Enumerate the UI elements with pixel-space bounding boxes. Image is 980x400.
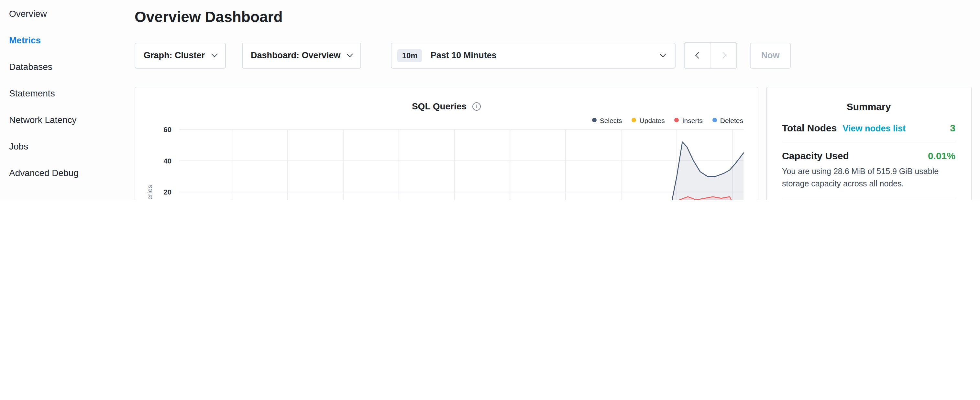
summary-description: You are using 28.6 MiB of 515.9 GiB usab… bbox=[782, 166, 955, 190]
summary-row-unavailable-ranges: Unavailable ranges0 bbox=[782, 198, 955, 200]
legend-item-inserts: Inserts bbox=[675, 116, 703, 124]
y-axis-tick-label: 40 bbox=[164, 157, 172, 165]
summary-value: 3 bbox=[943, 122, 955, 133]
summary-row-head: Total NodesView nodes list3 bbox=[782, 122, 955, 133]
graph-scope-dropdown[interactable]: Graph: Cluster bbox=[135, 42, 226, 68]
chart-panel-sql-queries: SQL Queries SelectsUpdatesInsertsDeletes… bbox=[135, 87, 758, 200]
summary-rows: Total NodesView nodes list3Capacity Used… bbox=[782, 115, 955, 200]
info-icon[interactable] bbox=[473, 102, 481, 110]
sidebar-item-databases[interactable]: Databases bbox=[0, 53, 125, 80]
chevron-right-icon bbox=[720, 52, 726, 59]
right-column: Summary Total NodesView nodes list3Capac… bbox=[766, 87, 972, 200]
sidebar-item-label: Overview bbox=[9, 8, 47, 18]
legend-dot-icon bbox=[713, 118, 717, 122]
app-window: OverviewMetricsDatabasesStatementsNetwor… bbox=[0, 0, 980, 200]
sidebar-item-label: Databases bbox=[9, 61, 52, 72]
next-range-button[interactable] bbox=[711, 43, 737, 68]
series-area-selects bbox=[179, 142, 743, 200]
y-axis-label: queries bbox=[146, 185, 153, 200]
legend-label: Updates bbox=[640, 116, 665, 124]
sidebar-item-metrics[interactable]: Metrics bbox=[0, 27, 125, 53]
series-area-inserts bbox=[179, 197, 743, 200]
sidebar-item-statements[interactable]: Statements bbox=[0, 80, 125, 106]
sidebar-item-advanced-debug[interactable]: Advanced Debug bbox=[0, 159, 125, 186]
chart-title: SQL Queries bbox=[412, 101, 466, 112]
main-area: Overview Dashboard Graph: Cluster Dashbo… bbox=[125, 0, 980, 200]
chart-legend: SelectsUpdatesInsertsDeletes bbox=[146, 116, 747, 124]
series-line-selects bbox=[179, 142, 743, 200]
time-range-label: Past 10 Minutes bbox=[431, 51, 661, 60]
legend-item-updates: Updates bbox=[632, 116, 665, 124]
sidebar-item-label: Jobs bbox=[9, 141, 28, 151]
chevron-left-icon bbox=[695, 52, 702, 59]
time-nav-group bbox=[684, 42, 737, 69]
sql-queries-chart[interactable]: 020406016:3816:3916:4016:4116:4216:4316:… bbox=[146, 126, 748, 200]
chevron-down-icon bbox=[347, 51, 353, 57]
y-axis-tick-label: 20 bbox=[164, 188, 172, 196]
time-range-dropdown[interactable]: 10m Past 10 Minutes bbox=[391, 42, 676, 68]
sidebar-item-label: Network Latency bbox=[9, 114, 77, 124]
dashboard-dropdown[interactable]: Dashboard: Overview bbox=[242, 42, 361, 68]
legend-item-selects: Selects bbox=[592, 116, 622, 124]
summary-value: 0.01% bbox=[921, 150, 955, 161]
chevron-down-icon bbox=[211, 51, 217, 57]
sidebar-item-overview[interactable]: Overview bbox=[0, 0, 125, 27]
sidebar-nav: OverviewMetricsDatabasesStatementsNetwor… bbox=[0, 0, 125, 200]
summary-row-capacity-used: Capacity Used0.01%You are using 28.6 MiB… bbox=[782, 142, 955, 198]
view-nodes-list-link[interactable]: View nodes list bbox=[843, 124, 905, 133]
legend-dot-icon bbox=[592, 118, 597, 122]
time-range-badge: 10m bbox=[398, 49, 422, 62]
legend-label: Inserts bbox=[682, 116, 703, 124]
page-title: Overview Dashboard bbox=[135, 8, 972, 26]
sidebar-item-network-latency[interactable]: Network Latency bbox=[0, 106, 125, 133]
legend-item-deletes: Deletes bbox=[713, 116, 743, 124]
dashboard-dropdown-label: Dashboard: Overview bbox=[251, 51, 341, 60]
sidebar-item-jobs[interactable]: Jobs bbox=[0, 133, 125, 159]
legend-dot-icon bbox=[675, 118, 679, 122]
sidebar-item-label: Advanced Debug bbox=[9, 167, 79, 178]
legend-label: Selects bbox=[600, 116, 622, 124]
y-axis-tick-label: 60 bbox=[164, 126, 172, 134]
chart-title-row: SQL Queries bbox=[146, 101, 747, 112]
summary-panel: Summary Total NodesView nodes list3Capac… bbox=[766, 87, 972, 200]
summary-row-total-nodes: Total NodesView nodes list3 bbox=[782, 115, 955, 142]
charts-column: SQL Queries SelectsUpdatesInsertsDeletes… bbox=[135, 87, 758, 200]
controls-bar: Graph: Cluster Dashboard: Overview 10m P… bbox=[135, 42, 972, 69]
sidebar-item-label: Metrics bbox=[9, 35, 41, 45]
summary-title: Summary bbox=[782, 101, 955, 112]
sidebar-item-label: Statements bbox=[9, 88, 55, 98]
dashboard-content: SQL Queries SelectsUpdatesInsertsDeletes… bbox=[135, 87, 972, 200]
summary-label: Capacity Used bbox=[782, 150, 849, 161]
prev-range-button[interactable] bbox=[685, 43, 711, 68]
legend-label: Deletes bbox=[720, 116, 743, 124]
now-button[interactable]: Now bbox=[750, 42, 791, 68]
chevron-down-icon bbox=[660, 51, 667, 57]
graph-scope-label: Graph: Cluster bbox=[144, 51, 205, 60]
summary-label: Total Nodes bbox=[782, 122, 837, 133]
series-line-inserts bbox=[179, 197, 743, 200]
summary-row-head: Capacity Used0.01% bbox=[782, 150, 955, 161]
legend-dot-icon bbox=[632, 118, 636, 122]
